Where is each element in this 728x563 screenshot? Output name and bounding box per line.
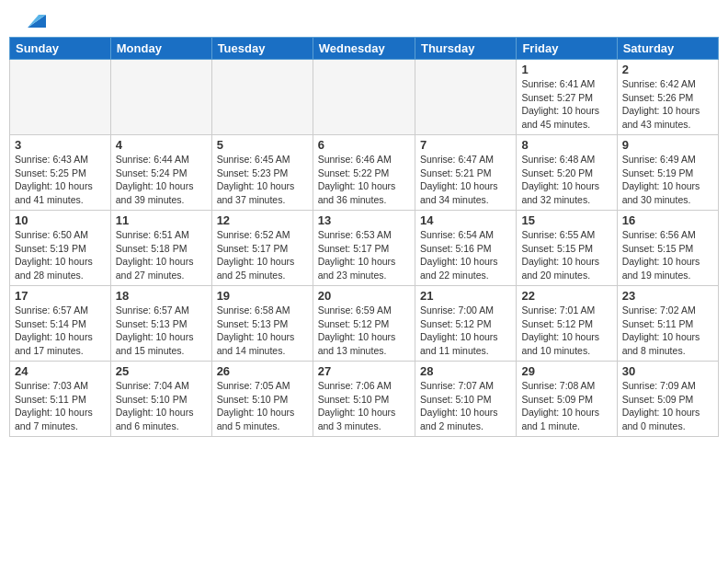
calendar-week-3: 10Sunrise: 6:50 AMSunset: 5:19 PMDayligh… bbox=[10, 211, 719, 286]
day-info: Sunrise: 7:08 AMSunset: 5:09 PMDaylight:… bbox=[521, 379, 611, 433]
day-info: Sunrise: 6:41 AMSunset: 5:27 PMDaylight:… bbox=[521, 77, 611, 132]
day-number: 15 bbox=[521, 213, 611, 227]
day-info: Sunrise: 6:45 AMSunset: 5:23 PMDaylight:… bbox=[217, 153, 308, 207]
day-number: 25 bbox=[116, 364, 207, 378]
day-number: 19 bbox=[217, 289, 308, 303]
calendar-header-wednesday: Wednesday bbox=[313, 38, 415, 60]
calendar-header-sunday: Sunday bbox=[10, 38, 111, 60]
day-number: 26 bbox=[217, 364, 308, 378]
day-number: 27 bbox=[318, 364, 410, 378]
calendar-day-empty-0-1 bbox=[110, 60, 211, 135]
page-header bbox=[0, 0, 728, 37]
calendar-day-6: 6Sunrise: 6:46 AMSunset: 5:22 PMDaylight… bbox=[313, 135, 415, 211]
calendar-day-14: 14Sunrise: 6:54 AMSunset: 5:16 PMDayligh… bbox=[415, 211, 516, 286]
day-number: 9 bbox=[622, 138, 713, 152]
calendar-day-11: 11Sunrise: 6:51 AMSunset: 5:18 PMDayligh… bbox=[110, 211, 211, 286]
day-info: Sunrise: 6:46 AMSunset: 5:22 PMDaylight:… bbox=[318, 153, 410, 207]
day-info: Sunrise: 6:47 AMSunset: 5:21 PMDaylight:… bbox=[420, 153, 511, 207]
calendar-day-27: 27Sunrise: 7:06 AMSunset: 5:10 PMDayligh… bbox=[313, 362, 415, 437]
day-number: 6 bbox=[318, 138, 410, 152]
calendar-day-26: 26Sunrise: 7:05 AMSunset: 5:10 PMDayligh… bbox=[211, 362, 313, 437]
day-number: 18 bbox=[116, 289, 207, 303]
calendar-header-monday: Monday bbox=[110, 38, 211, 60]
day-info: Sunrise: 6:51 AMSunset: 5:18 PMDaylight:… bbox=[116, 228, 207, 282]
calendar-container: SundayMondayTuesdayWednesdayThursdayFrid… bbox=[0, 37, 728, 442]
day-info: Sunrise: 6:56 AMSunset: 5:15 PMDaylight:… bbox=[622, 228, 713, 282]
day-info: Sunrise: 6:57 AMSunset: 5:14 PMDaylight:… bbox=[15, 304, 106, 358]
calendar-week-1: 1Sunrise: 6:41 AMSunset: 5:27 PMDaylight… bbox=[10, 60, 719, 135]
day-number: 8 bbox=[521, 138, 611, 152]
day-info: Sunrise: 6:59 AMSunset: 5:12 PMDaylight:… bbox=[318, 304, 410, 358]
calendar-day-24: 24Sunrise: 7:03 AMSunset: 5:11 PMDayligh… bbox=[10, 362, 111, 437]
calendar-day-13: 13Sunrise: 6:53 AMSunset: 5:17 PMDayligh… bbox=[313, 211, 415, 286]
day-number: 21 bbox=[420, 289, 511, 303]
day-number: 2 bbox=[622, 63, 713, 76]
day-number: 12 bbox=[217, 213, 308, 227]
logo-icon bbox=[20, 11, 46, 29]
calendar-day-16: 16Sunrise: 6:56 AMSunset: 5:15 PMDayligh… bbox=[617, 211, 718, 286]
logo bbox=[18, 11, 46, 29]
day-info: Sunrise: 6:49 AMSunset: 5:19 PMDaylight:… bbox=[622, 153, 713, 207]
calendar-day-20: 20Sunrise: 6:59 AMSunset: 5:12 PMDayligh… bbox=[313, 286, 415, 362]
day-info: Sunrise: 7:03 AMSunset: 5:11 PMDaylight:… bbox=[15, 379, 106, 433]
day-number: 3 bbox=[15, 138, 106, 152]
day-info: Sunrise: 6:57 AMSunset: 5:13 PMDaylight:… bbox=[116, 304, 207, 358]
day-number: 28 bbox=[420, 364, 511, 378]
calendar-day-25: 25Sunrise: 7:04 AMSunset: 5:10 PMDayligh… bbox=[110, 362, 211, 437]
day-info: Sunrise: 6:50 AMSunset: 5:19 PMDaylight:… bbox=[15, 228, 106, 282]
day-info: Sunrise: 7:07 AMSunset: 5:10 PMDaylight:… bbox=[420, 379, 511, 433]
day-info: Sunrise: 7:05 AMSunset: 5:10 PMDaylight:… bbox=[217, 379, 308, 433]
day-number: 16 bbox=[622, 213, 713, 227]
calendar-day-23: 23Sunrise: 7:02 AMSunset: 5:11 PMDayligh… bbox=[617, 286, 718, 362]
calendar-week-5: 24Sunrise: 7:03 AMSunset: 5:11 PMDayligh… bbox=[10, 362, 719, 437]
calendar-day-9: 9Sunrise: 6:49 AMSunset: 5:19 PMDaylight… bbox=[617, 135, 718, 211]
day-number: 29 bbox=[521, 364, 611, 378]
day-number: 13 bbox=[318, 213, 410, 227]
day-number: 30 bbox=[622, 364, 713, 378]
day-info: Sunrise: 6:52 AMSunset: 5:17 PMDaylight:… bbox=[217, 228, 308, 282]
calendar-day-empty-0-3 bbox=[313, 60, 415, 135]
day-number: 7 bbox=[420, 138, 511, 152]
calendar-day-12: 12Sunrise: 6:52 AMSunset: 5:17 PMDayligh… bbox=[211, 211, 313, 286]
calendar-day-28: 28Sunrise: 7:07 AMSunset: 5:10 PMDayligh… bbox=[415, 362, 516, 437]
calendar-header-row: SundayMondayTuesdayWednesdayThursdayFrid… bbox=[10, 38, 719, 60]
calendar-week-4: 17Sunrise: 6:57 AMSunset: 5:14 PMDayligh… bbox=[10, 286, 719, 362]
calendar-table: SundayMondayTuesdayWednesdayThursdayFrid… bbox=[9, 37, 719, 437]
calendar-day-29: 29Sunrise: 7:08 AMSunset: 5:09 PMDayligh… bbox=[517, 362, 617, 437]
day-info: Sunrise: 6:42 AMSunset: 5:26 PMDaylight:… bbox=[622, 77, 713, 132]
calendar-day-30: 30Sunrise: 7:09 AMSunset: 5:09 PMDayligh… bbox=[617, 362, 718, 437]
calendar-day-empty-0-0 bbox=[10, 60, 111, 135]
calendar-day-10: 10Sunrise: 6:50 AMSunset: 5:19 PMDayligh… bbox=[10, 211, 111, 286]
day-info: Sunrise: 7:09 AMSunset: 5:09 PMDaylight:… bbox=[622, 379, 713, 433]
day-info: Sunrise: 6:44 AMSunset: 5:24 PMDaylight:… bbox=[116, 153, 207, 207]
day-info: Sunrise: 7:06 AMSunset: 5:10 PMDaylight:… bbox=[318, 379, 410, 433]
calendar-day-5: 5Sunrise: 6:45 AMSunset: 5:23 PMDaylight… bbox=[211, 135, 313, 211]
calendar-day-19: 19Sunrise: 6:58 AMSunset: 5:13 PMDayligh… bbox=[211, 286, 313, 362]
day-info: Sunrise: 7:01 AMSunset: 5:12 PMDaylight:… bbox=[521, 304, 611, 358]
calendar-day-15: 15Sunrise: 6:55 AMSunset: 5:15 PMDayligh… bbox=[517, 211, 617, 286]
day-number: 22 bbox=[521, 289, 611, 303]
day-number: 20 bbox=[318, 289, 410, 303]
day-number: 5 bbox=[217, 138, 308, 152]
calendar-header-friday: Friday bbox=[517, 38, 617, 60]
calendar-day-1: 1Sunrise: 6:41 AMSunset: 5:27 PMDaylight… bbox=[517, 60, 617, 135]
calendar-day-7: 7Sunrise: 6:47 AMSunset: 5:21 PMDaylight… bbox=[415, 135, 516, 211]
day-info: Sunrise: 7:04 AMSunset: 5:10 PMDaylight:… bbox=[116, 379, 207, 433]
day-number: 10 bbox=[15, 213, 106, 227]
day-number: 14 bbox=[420, 213, 511, 227]
day-number: 11 bbox=[116, 213, 207, 227]
day-info: Sunrise: 6:48 AMSunset: 5:20 PMDaylight:… bbox=[521, 153, 611, 207]
day-info: Sunrise: 6:54 AMSunset: 5:16 PMDaylight:… bbox=[420, 228, 511, 282]
day-number: 24 bbox=[15, 364, 106, 378]
calendar-day-2: 2Sunrise: 6:42 AMSunset: 5:26 PMDaylight… bbox=[617, 60, 718, 135]
calendar-day-8: 8Sunrise: 6:48 AMSunset: 5:20 PMDaylight… bbox=[517, 135, 617, 211]
calendar-header-tuesday: Tuesday bbox=[211, 38, 313, 60]
day-info: Sunrise: 6:55 AMSunset: 5:15 PMDaylight:… bbox=[521, 228, 611, 282]
calendar-header-thursday: Thursday bbox=[415, 38, 516, 60]
calendar-day-17: 17Sunrise: 6:57 AMSunset: 5:14 PMDayligh… bbox=[10, 286, 111, 362]
day-info: Sunrise: 6:43 AMSunset: 5:25 PMDaylight:… bbox=[15, 153, 106, 207]
calendar-day-22: 22Sunrise: 7:01 AMSunset: 5:12 PMDayligh… bbox=[517, 286, 617, 362]
day-info: Sunrise: 6:58 AMSunset: 5:13 PMDaylight:… bbox=[217, 304, 308, 358]
day-info: Sunrise: 7:00 AMSunset: 5:12 PMDaylight:… bbox=[420, 304, 511, 358]
calendar-day-4: 4Sunrise: 6:44 AMSunset: 5:24 PMDaylight… bbox=[110, 135, 211, 211]
